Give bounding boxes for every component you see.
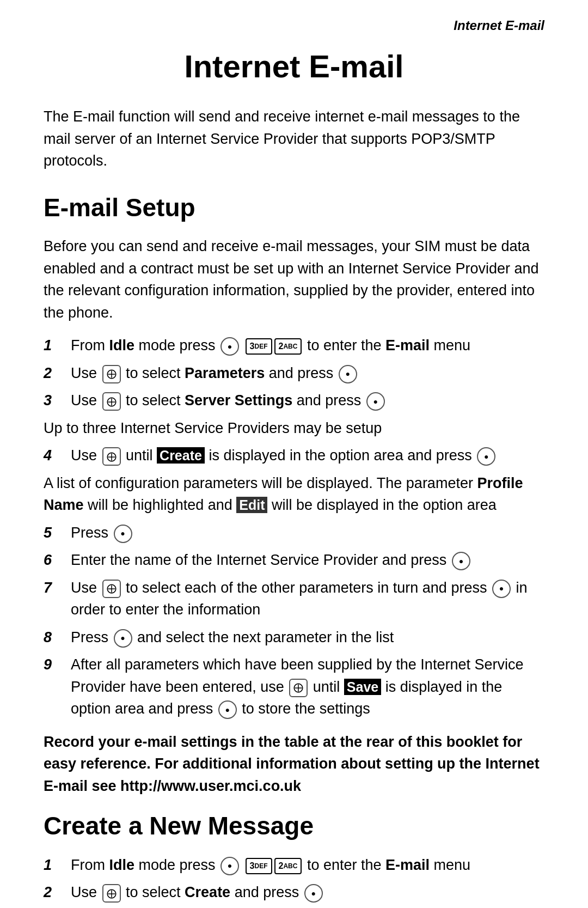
key-2abc-c1-icon: 2ABC: [274, 858, 302, 874]
page-container: Internet E-mail Internet E-mail The E-ma…: [0, 0, 588, 908]
step-2: 2 Use ⨁ to select Parameters and press ●: [44, 362, 544, 385]
step-number-3: 3: [44, 389, 71, 412]
ok-button-icon-4: ●: [477, 447, 495, 466]
step-9: 9 After all parameters which have been s…: [44, 654, 544, 720]
ok-button-icon-9: ●: [218, 700, 237, 719]
step-9-content: After all parameters which have been sup…: [71, 654, 544, 720]
ok-button-icon-3: ●: [366, 392, 385, 411]
step-4: 4 Use ⨁ until Create is displayed in the…: [44, 444, 544, 467]
ok-button-icon-8: ●: [114, 629, 132, 648]
step-5: 5 Press ●: [44, 522, 544, 544]
step-number-7: 7: [44, 577, 71, 599]
step-2-content: Use ⨁ to select Parameters and press ●: [71, 362, 544, 385]
key-3def-icon: 3DEF: [246, 338, 272, 355]
email-setup-intro: Before you can send and receive e-mail m…: [44, 235, 544, 324]
step-4-content: Use ⨁ until Create is displayed in the o…: [71, 444, 544, 467]
ok-button-icon-7: ●: [492, 580, 511, 598]
key-2abc-icon: 2ABC: [274, 338, 302, 355]
create-step-2: 2 Use ⨁ to select Create and press ●: [44, 881, 544, 904]
step-1: 1 From Idle mode press ● 3DEF2ABC to ent…: [44, 334, 544, 357]
save-highlight-1: Save: [344, 679, 381, 695]
ok-button-c2: ●: [304, 884, 323, 903]
create-highlight: Create: [157, 447, 205, 464]
header-label: Internet E-mail: [454, 16, 544, 35]
step-number-9: 9: [44, 654, 71, 676]
key-3def-c1-icon: 3DEF: [246, 858, 272, 874]
nav-button-icon-9: ⨁: [289, 679, 308, 697]
edit-highlight: Edit: [236, 497, 267, 513]
nav-button-c2-icon: ⨁: [102, 884, 121, 903]
step-number-2: 2: [44, 362, 71, 385]
email-setup-title: E-mail Setup: [44, 190, 544, 226]
create-step-number-1: 1: [44, 854, 71, 876]
create-step-1-content: From Idle mode press ● 3DEF2ABC to enter…: [71, 854, 544, 876]
between-text-2: A list of configuration parameters will …: [44, 472, 544, 516]
step-7: 7 Use ⨁ to select each of the other para…: [44, 577, 544, 621]
record-note: Record your e-mail settings in the table…: [44, 731, 544, 797]
step-5-content: Press ●: [71, 522, 544, 544]
between-text-1: Up to three Internet Service Providers m…: [44, 417, 544, 440]
ok-button-icon-2: ●: [339, 365, 357, 383]
create-message-title: Create a New Message: [44, 808, 544, 844]
intro-paragraph: The E-mail function will send and receiv…: [44, 106, 544, 172]
create-step-2-content: Use ⨁ to select Create and press ●: [71, 881, 544, 904]
step-number-5: 5: [44, 522, 71, 544]
step-3: 3 Use ⨁ to select Server Settings and pr…: [44, 389, 544, 412]
step-number-4: 4: [44, 444, 71, 467]
step-7-content: Use ⨁ to select each of the other parame…: [71, 577, 544, 621]
step-1-content: From Idle mode press ● 3DEF2ABC to enter…: [71, 334, 544, 357]
create-step-number-2: 2: [44, 881, 71, 904]
ok-button-c1: ●: [220, 857, 239, 875]
page-title: Internet E-mail: [44, 44, 544, 89]
create-step-1: 1 From Idle mode press ● 3DEF2ABC to ent…: [44, 854, 544, 876]
step-number-1: 1: [44, 334, 71, 357]
ok-button-icon-5: ●: [114, 525, 132, 543]
step-3-content: Use ⨁ to select Server Settings and pres…: [71, 389, 544, 412]
step-8: 8 Press ● and select the next parameter …: [44, 626, 544, 649]
step-number-8: 8: [44, 626, 71, 649]
ok-button-icon-6: ●: [452, 552, 470, 570]
nav-button-icon-7: ⨁: [102, 580, 121, 598]
step-number-6: 6: [44, 549, 71, 571]
nav-button-icon-3: ⨁: [102, 392, 121, 411]
step-8-content: Press ● and select the next parameter in…: [71, 626, 544, 649]
nav-button-icon: ⨁: [102, 365, 121, 383]
nav-button-icon-4: ⨁: [102, 447, 121, 466]
step-6: 6 Enter the name of the Internet Service…: [44, 549, 544, 571]
step-6-content: Enter the name of the Internet Service P…: [71, 549, 544, 571]
ok-button-icon: ●: [220, 337, 239, 356]
